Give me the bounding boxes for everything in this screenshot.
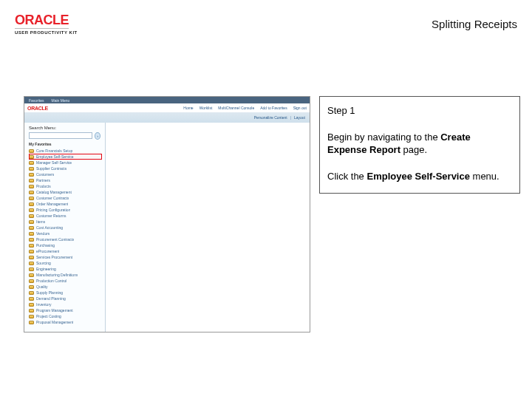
step-label: Step 1 (327, 104, 512, 117)
sidebar-item[interactable]: Vendors (29, 231, 102, 236)
left-nav: Search Menu: › My Favorites Core Financi… (24, 123, 106, 332)
sidebar-item-employee-self-service[interactable]: Employee Self-Service (29, 154, 102, 160)
topbar-main-menu[interactable]: Main Menu (52, 98, 70, 103)
menu-item-label: Inventory (36, 302, 52, 307)
nav-favorites[interactable]: Add to Favorites (260, 106, 287, 110)
sidebar-item[interactable]: Production Control (29, 278, 102, 284)
layout-link[interactable]: Layout (294, 115, 305, 120)
shade-bar: Personalize Content | Layout (24, 112, 310, 123)
menu-item-label: Employee Self-Service (36, 154, 74, 159)
sidebar-item[interactable]: Manufacturing Definitions (29, 272, 102, 278)
text: Begin by navigating to the (327, 132, 440, 143)
sidebar-item[interactable]: Pricing Configuration (29, 207, 102, 213)
menu-item-label: Catalog Management (36, 190, 72, 194)
sidebar-item[interactable]: Partners (29, 177, 102, 183)
menu-item-label: Demand Planning (36, 296, 66, 301)
folder-icon (29, 232, 34, 236)
sidebar-item[interactable]: Supplier Contracts (29, 166, 102, 171)
menu-item-label: Partners (36, 178, 50, 183)
separator: | (290, 115, 291, 120)
instruction-line-2: Click the Employee Self-Service menu. (327, 170, 512, 183)
app-body: Search Menu: › My Favorites Core Financi… (24, 123, 310, 332)
sidebar-item[interactable]: Catalog Management (29, 189, 102, 195)
text: page. (400, 144, 427, 155)
sidebar-item[interactable]: Proposal Management (29, 319, 102, 325)
folder-icon (29, 297, 34, 301)
folder-icon (29, 291, 34, 295)
sidebar-item[interactable]: Manager Self-Service (29, 160, 102, 166)
folder-icon (29, 167, 34, 171)
sidebar-item[interactable]: Sourcing (29, 260, 102, 266)
sidebar-item[interactable]: Engineering (29, 266, 102, 272)
logo-row: ORACLE Home Worklist MultiChannel Consol… (24, 103, 310, 112)
menu-item-label: Customer Contracts (36, 196, 69, 200)
header: ORACLE USER PRODUCTIVITY KIT Splitting R… (15, 13, 517, 41)
folder-icon (29, 202, 34, 206)
folder-icon (29, 262, 34, 265)
topbar-favorites[interactable]: Favorites (29, 98, 44, 103)
folder-icon (29, 256, 34, 259)
app-screenshot: Favorites Main Menu ORACLE Home Worklist… (24, 96, 310, 332)
search-input[interactable]: › (29, 132, 92, 139)
menu-item-label: Purchasing (36, 243, 55, 248)
sidebar-item[interactable]: Products (29, 183, 102, 189)
sidebar-item[interactable]: Items (29, 219, 102, 225)
menu-item-label: Quality (36, 284, 48, 289)
menu-item-label: Proposal Management (36, 320, 73, 324)
personalize-link[interactable]: Personalize Content (254, 115, 287, 120)
menu-item-label: Manufacturing Definitions (36, 273, 78, 277)
sidebar-item[interactable]: Inventory (29, 301, 102, 307)
menu-item-label: Sourcing (36, 261, 51, 265)
brand-subtitle: USER PRODUCTIVITY KIT (15, 30, 517, 35)
menu-item-label: Supply Planning (36, 290, 63, 295)
menu-list: Core Financials SetupEmployee Self-Servi… (29, 148, 102, 325)
folder-icon (29, 273, 34, 277)
menu-item-label: Products (36, 184, 51, 188)
menu-item-label: Pricing Configuration (36, 208, 70, 212)
sidebar-item[interactable]: Project Costing (29, 313, 102, 319)
folder-icon (29, 208, 34, 212)
folder-icon (29, 238, 34, 242)
sidebar-item[interactable]: Customer Contracts (29, 195, 102, 201)
folder-icon (29, 185, 34, 188)
folder-icon (29, 155, 34, 159)
folder-icon (29, 173, 34, 177)
nav-signout[interactable]: Sign out (293, 106, 307, 110)
nav-worklist[interactable]: Worklist (200, 106, 213, 110)
sidebar-item[interactable]: Supply Planning (29, 290, 102, 296)
sidebar-item[interactable]: Order Management (29, 201, 102, 207)
menu-section: My Favorites (29, 141, 102, 147)
folder-icon (29, 267, 34, 271)
sidebar-item[interactable]: Core Financials Setup (29, 148, 102, 154)
content-area (106, 123, 310, 332)
search-go-icon[interactable]: › (95, 132, 100, 140)
sidebar-item[interactable]: Quality (29, 284, 102, 290)
folder-icon (29, 244, 34, 248)
sidebar-item[interactable]: Services Procurement (29, 254, 102, 260)
sidebar-item[interactable]: Program Management (29, 307, 102, 313)
sidebar-item[interactable]: Customer Returns (29, 213, 102, 219)
sidebar-item[interactable]: Procurement Contracts (29, 236, 102, 242)
folder-icon (29, 279, 34, 283)
menu-item-label: eProcurement (36, 249, 59, 253)
menu-item-label: Production Control (36, 279, 66, 283)
menu-item-label: Customer Returns (36, 214, 66, 218)
menu-item-label: Manager Self-Service (36, 160, 72, 165)
folder-icon (29, 250, 34, 253)
page-title: Splitting Receipts (432, 18, 517, 30)
menu-item-label: Engineering (36, 267, 56, 271)
nav-home[interactable]: Home (183, 106, 193, 110)
sidebar-item[interactable]: Purchasing (29, 242, 102, 248)
folder-icon (29, 220, 34, 224)
section-label: My Favorites (29, 142, 52, 146)
sidebar-item[interactable]: Customers (29, 171, 102, 177)
folder-icon (29, 321, 34, 324)
app-logo: ORACLE (27, 106, 48, 111)
sidebar-item[interactable]: Cost Accounting (29, 225, 102, 231)
menu-item-label: Core Financials Setup (36, 149, 72, 153)
sidebar-item[interactable]: Demand Planning (29, 296, 102, 301)
menu-item-label: Supplier Contracts (36, 166, 66, 171)
nav-console[interactable]: MultiChannel Console (218, 106, 254, 110)
menu-item-label: Items (36, 219, 45, 224)
sidebar-item[interactable]: eProcurement (29, 248, 102, 254)
